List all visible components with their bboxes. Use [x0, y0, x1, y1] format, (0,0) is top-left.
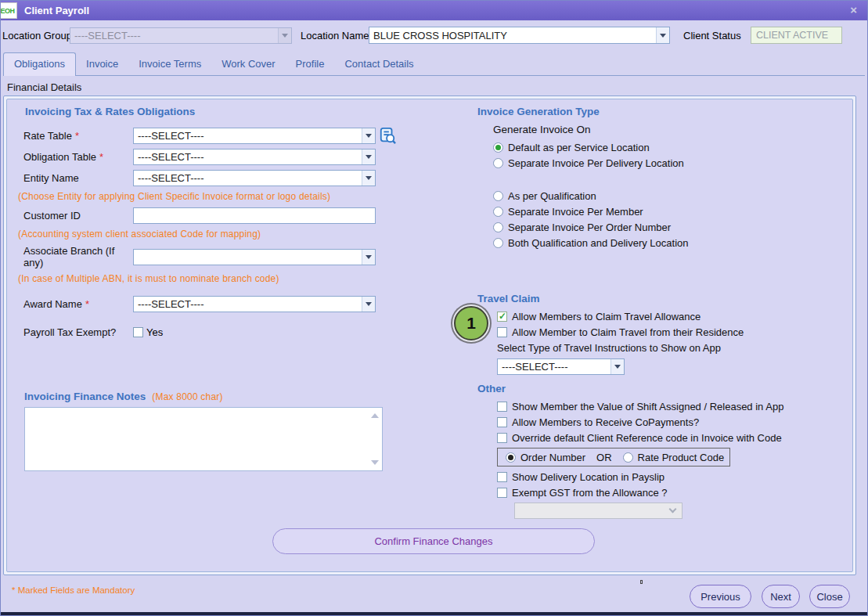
show-shift-value-checkbox[interactable] [497, 402, 507, 412]
tab-invoice-terms[interactable]: Invoice Terms [128, 53, 211, 75]
radio-label: Rate Product Code [638, 452, 725, 463]
other-options: Show Member the Value of Shift Assigned … [497, 401, 855, 444]
customer-id-label: Customer ID [18, 210, 133, 222]
obligation-table-label: Obligation Table* [18, 151, 133, 163]
tab-bar: Obligations Invoice Invoice Terms Work C… [3, 53, 865, 76]
next-button[interactable]: Next [762, 585, 800, 608]
notes-heading: Invoicing Finance Notes [24, 391, 146, 402]
checkbox-row: Allow Member to Claim Travel from their … [497, 326, 855, 338]
travel-from-residence-checkbox[interactable] [497, 327, 507, 337]
chevron-down-icon[interactable] [656, 27, 669, 43]
location-group-select: ----SELECT---- [70, 27, 292, 44]
checkbox-row: Show Member the Value of Shift Assigned … [497, 401, 855, 412]
chevron-down-icon [669, 506, 677, 513]
checkbox-label: Exempt GST from the Allowance ? [512, 487, 667, 499]
radio-row: Rate Product Code [623, 452, 725, 463]
show-delivery-location-payslip-checkbox[interactable] [497, 472, 507, 482]
radio-label: Default as per Service Location [508, 142, 650, 153]
required-mark: * [99, 151, 103, 163]
rate-table-label: Rate Table* [18, 130, 133, 142]
finance-notes-textarea[interactable] [24, 407, 383, 471]
radio-rate-product-code[interactable] [623, 452, 633, 463]
close-button[interactable]: Close [809, 585, 850, 608]
section-label: Financial Details [7, 81, 81, 93]
location-name-select[interactable]: BLUE CROSS HOSPITALITY [369, 27, 670, 44]
chevron-down-icon[interactable] [362, 171, 375, 186]
allow-travel-allowance-checkbox[interactable] [497, 312, 507, 322]
previous-button[interactable]: Previous [690, 585, 751, 608]
client-status-label: Client Status [683, 30, 741, 41]
tab-invoice[interactable]: Invoice [76, 53, 128, 75]
tab-contact-details[interactable]: Contact Details [334, 53, 423, 75]
checkbox-label: Show Delivery Location in Payslip [512, 471, 665, 483]
associate-branch-row: Associate Branch (If any) [18, 245, 409, 268]
checkbox-row: Show Delivery Location in Payslip [497, 471, 855, 483]
radio-separate-delivery-location[interactable] [493, 158, 503, 168]
chevron-down-icon[interactable] [362, 297, 375, 312]
associate-branch-select[interactable] [133, 249, 376, 265]
search-records-icon[interactable] [379, 127, 396, 144]
checkbox-label: Allow Members to Claim Travel Allowance [512, 311, 701, 322]
associate-branch-label: Associate Branch (If any) [18, 245, 133, 268]
radio-default-service-location[interactable] [493, 142, 503, 153]
other-heading: Other [477, 383, 855, 394]
close-icon[interactable]: × [850, 4, 857, 16]
chevron-down-icon[interactable] [610, 359, 624, 374]
panel-inner: Invoicing Tax & Rates Obligations Rate T… [6, 99, 853, 572]
travel-instructions-label: Select Type of Travel Instructions to Sh… [497, 342, 855, 354]
annotation-badge-1: 1 [454, 306, 488, 340]
invoice-generation-options: Default as per Service Location Separate… [493, 142, 855, 249]
award-name-row: Award Name* ----SELECT---- [18, 296, 409, 312]
or-label: OR [596, 452, 612, 463]
checkbox-label: Show Member the Value of Shift Assigned … [512, 401, 783, 412]
chevron-down-icon[interactable] [362, 149, 375, 164]
rate-table-select[interactable]: ----SELECT---- [133, 128, 376, 144]
window-title: Client Payroll [24, 5, 89, 16]
client-status-value: CLIENT ACTIVE [751, 27, 842, 44]
location-group-label: Location Group [2, 30, 72, 41]
checkbox-row: Exempt GST from the Allowance ? [497, 487, 855, 499]
tab-profile[interactable]: Profile [286, 53, 335, 75]
tab-work-cover[interactable]: Work Cover [211, 53, 285, 75]
chevron-down-icon[interactable] [362, 250, 375, 265]
confirm-finance-changes-button[interactable]: Confirm Finance Changes [272, 528, 595, 554]
chevron-down-icon[interactable] [362, 128, 375, 143]
radio-separate-per-order-number[interactable] [493, 222, 503, 232]
reference-code-radio-group: Order Number OR Rate Product Code [497, 448, 730, 467]
obligation-table-select[interactable]: ----SELECT---- [133, 149, 376, 165]
entity-name-select[interactable]: ----SELECT---- [133, 170, 376, 186]
exempt-gst-checkbox[interactable] [497, 488, 507, 498]
customer-id-input[interactable] [133, 207, 376, 224]
radio-row: Separate Invoice Per Order Number [493, 222, 855, 233]
invoicing-tax-rates-section: Invoicing Tax & Rates Obligations Rate T… [18, 103, 409, 343]
radio-row: Separate Invoice Per Delivery Location [493, 157, 855, 169]
entity-name-row: Entity Name ----SELECT---- [18, 170, 409, 186]
right-column: Invoice Generation Type Generate Invoice… [477, 103, 855, 519]
radio-row: Both Qualification and Delivery Location [493, 237, 855, 249]
override-reference-code-checkbox[interactable] [497, 433, 507, 443]
radio-label: Both Qualification and Delivery Location [508, 237, 689, 249]
required-mark: * [75, 130, 79, 142]
checkbox-row: Allow Members to Claim Travel Allowance [497, 311, 855, 322]
radio-row: Separate Invoice Per Member [493, 206, 855, 218]
radio-both-qualification-delivery[interactable] [493, 238, 503, 248]
invoicing-finance-notes-section: Invoicing Finance Notes (Max 8000 char) [24, 391, 392, 474]
award-name-select[interactable]: ----SELECT---- [133, 296, 376, 312]
copayments-checkbox[interactable] [497, 417, 507, 427]
radio-row: Order Number [506, 452, 585, 463]
tab-obligations[interactable]: Obligations [3, 52, 76, 76]
entity-name-label: Entity Name [18, 172, 133, 184]
radio-as-per-qualification[interactable] [493, 191, 503, 201]
customer-id-row: Customer ID [18, 207, 409, 224]
app-logo-icon: EOH [0, 2, 17, 19]
radio-order-number[interactable] [506, 452, 516, 463]
radio-label: Separate Invoice Per Member [508, 206, 643, 218]
radio-label: As per Qualification [508, 190, 596, 202]
radio-row: Default as per Service Location [493, 142, 855, 153]
radio-separate-per-member[interactable] [493, 207, 503, 217]
invoice-generation-heading: Invoice Generation Type [477, 106, 855, 117]
travel-instructions-select[interactable]: ----SELECT---- [497, 358, 625, 375]
other-options-2: Show Delivery Location in Payslip Exempt… [497, 471, 855, 499]
generate-invoice-on-label: Generate Invoice On [493, 124, 855, 135]
payroll-tax-exempt-checkbox[interactable] [133, 327, 143, 337]
